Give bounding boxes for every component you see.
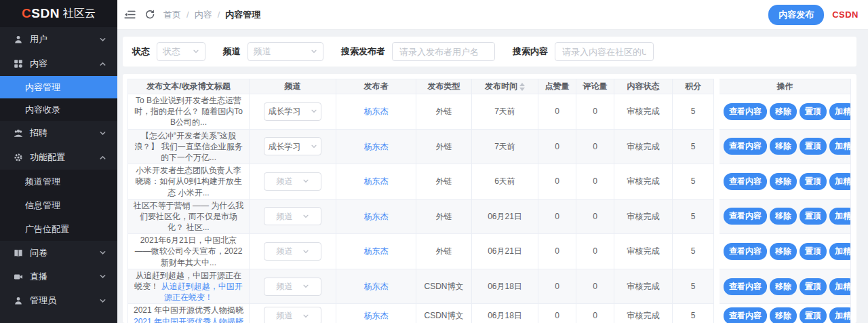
type-cell: 外链 xyxy=(416,200,472,235)
view-content-button[interactable]: 查看内容 xyxy=(724,307,767,323)
publisher-link[interactable]: 杨东杰 xyxy=(364,311,389,320)
publisher-link[interactable]: 杨东杰 xyxy=(364,246,389,256)
type-cell: CSDN博文 xyxy=(416,269,472,305)
sidebar-item-users[interactable]: 用户 xyxy=(0,27,117,52)
sidebar-item-ad-config[interactable]: 广告位配置 xyxy=(0,217,117,241)
view-content-button[interactable]: 查看内容 xyxy=(724,278,767,295)
feature-button[interactable]: 加精 xyxy=(829,243,851,260)
type-cell: 外链 xyxy=(416,234,472,269)
type-cell: 外链 xyxy=(416,130,472,165)
points-cell: 5 xyxy=(673,234,714,269)
sidebar-item-recruit[interactable]: 招聘 xyxy=(0,121,117,145)
pin-top-button[interactable]: 置顶 xyxy=(800,173,827,190)
publisher-search-input[interactable] xyxy=(392,42,495,61)
row-channel-select[interactable]: 成长学习 xyxy=(264,102,321,121)
page-content: 状态 状态 频道 频道 搜索发布者 xyxy=(117,30,868,323)
row-channel-value: 频道 xyxy=(277,246,293,256)
menu-fold-icon[interactable] xyxy=(124,9,136,20)
view-content-button[interactable]: 查看内容 xyxy=(724,208,767,225)
row-channel-value: 频道 xyxy=(277,310,293,321)
time-cell: 06月21日 xyxy=(472,200,538,235)
title-link[interactable]: 2021 年中国开源优秀人物揭晓 xyxy=(134,317,243,323)
publisher-link[interactable]: 杨东杰 xyxy=(364,282,389,291)
people-icon xyxy=(14,128,23,138)
sidebar-item-admin[interactable]: 管理员 xyxy=(0,288,117,313)
row-channel-select[interactable]: 频道 xyxy=(264,307,321,323)
sidebar-item-content-manage[interactable]: 内容管理 xyxy=(0,76,117,98)
pin-top-button[interactable]: 置顶 xyxy=(800,103,827,120)
row-channel-select[interactable]: 频道 xyxy=(264,242,321,261)
remove-button[interactable]: 移除 xyxy=(770,243,797,260)
pin-top-button[interactable]: 置顶 xyxy=(800,208,827,225)
feature-button[interactable]: 加精 xyxy=(829,103,851,120)
row-channel-value: 成长学习 xyxy=(269,106,301,117)
feature-button[interactable]: 加精 xyxy=(829,173,851,190)
pin-top-button[interactable]: 置顶 xyxy=(800,243,827,260)
title-cell: 2021 年中国开源优秀人物揭晓 2021 年中国开源优秀人物揭晓 xyxy=(127,304,250,323)
breadcrumb-home[interactable]: 首页 xyxy=(163,9,181,21)
title-link[interactable]: 从追赶到超越，中国开源正在蜕变！ xyxy=(161,282,243,302)
actions-cell: 查看内容移除置顶加精 xyxy=(719,164,851,200)
content-search-input[interactable] xyxy=(555,42,654,61)
time-cell: 06月21日 xyxy=(472,234,538,269)
sidebar-item-label: 用户 xyxy=(30,33,99,45)
submenu-label: 广告位配置 xyxy=(25,223,69,235)
pin-top-button[interactable]: 置顶 xyxy=(800,138,827,155)
sidebar-item-content[interactable]: 内容 xyxy=(0,52,117,76)
likes-cell: 0 xyxy=(538,94,576,130)
publisher-link[interactable]: 杨东杰 xyxy=(364,142,389,151)
status-cell: 审核完成 xyxy=(614,94,673,130)
title-cell: 【怎么冲“开发者关系”这股浪？】 我们一直坚信企业服务的下一个万亿... xyxy=(127,130,250,165)
channel-cell: 频道 xyxy=(250,164,336,200)
view-content-button[interactable]: 查看内容 xyxy=(724,173,767,190)
remove-button[interactable]: 移除 xyxy=(770,138,797,155)
row-channel-value: 频道 xyxy=(277,211,293,222)
table-body: To B企业说到开发者生态运营时，指的是什么？ 随着国内To B公司的... 成… xyxy=(127,94,851,323)
view-content-button[interactable]: 查看内容 xyxy=(724,138,767,155)
row-channel-select[interactable]: 成长学习 xyxy=(264,137,321,155)
channel-cell: 频道 xyxy=(250,200,336,235)
feature-button[interactable]: 加精 xyxy=(829,278,851,295)
sidebar-item-label: 直播 xyxy=(30,271,99,283)
content-submenu: 内容管理 内容收录 xyxy=(0,76,117,121)
remove-button[interactable]: 移除 xyxy=(770,173,797,190)
refresh-icon[interactable] xyxy=(144,9,155,20)
view-content-button[interactable]: 查看内容 xyxy=(724,103,767,120)
feature-button[interactable]: 加精 xyxy=(829,208,851,225)
row-channel-select[interactable]: 频道 xyxy=(264,207,321,225)
remove-button[interactable]: 移除 xyxy=(770,307,797,323)
col-time: 发布时间 xyxy=(472,79,538,94)
status-select[interactable]: 状态 xyxy=(157,42,205,61)
pin-top-button[interactable]: 置顶 xyxy=(800,307,827,323)
sidebar-item-channel-manage[interactable]: 频道管理 xyxy=(0,170,117,193)
sidebar-item-live[interactable]: 直播 xyxy=(0,265,117,288)
feature-button[interactable]: 加精 xyxy=(829,138,851,155)
status-cell: 审核完成 xyxy=(614,130,673,165)
admin-icon xyxy=(14,296,23,305)
row-channel-value: 频道 xyxy=(277,176,293,187)
publisher-link[interactable]: 杨东杰 xyxy=(364,107,389,116)
remove-button[interactable]: 移除 xyxy=(770,208,797,225)
sidebar-item-info-manage[interactable]: 信息管理 xyxy=(0,193,117,217)
col-likes: 点赞量 xyxy=(538,79,576,94)
view-content-button[interactable]: 查看内容 xyxy=(724,243,767,260)
remove-button[interactable]: 移除 xyxy=(770,103,797,120)
pin-top-button[interactable]: 置顶 xyxy=(800,278,827,295)
sidebar-item-content-collect[interactable]: 内容收录 xyxy=(0,98,117,121)
sidebar-item-label: 管理员 xyxy=(30,294,99,307)
comments-cell: 0 xyxy=(576,130,614,165)
channel-select[interactable]: 频道 xyxy=(248,42,323,61)
sidebar-item-survey[interactable]: 问卷 xyxy=(0,241,117,265)
content-publish-button[interactable]: 内容发布 xyxy=(768,5,824,25)
channel-cell: 成长学习 xyxy=(250,94,336,130)
sidebar-item-config[interactable]: 功能配置 xyxy=(0,145,117,170)
row-channel-select[interactable]: 频道 xyxy=(264,172,321,191)
sort-caret-icon[interactable] xyxy=(519,83,525,91)
row-channel-select[interactable]: 频道 xyxy=(264,278,321,296)
publisher-link[interactable]: 杨东杰 xyxy=(364,176,389,186)
remove-button[interactable]: 移除 xyxy=(770,278,797,295)
publisher-link[interactable]: 杨东杰 xyxy=(364,212,389,221)
chevron-down-icon xyxy=(311,48,317,55)
breadcrumb-content[interactable]: 内容 xyxy=(195,9,212,21)
feature-button[interactable]: 加精 xyxy=(829,307,851,323)
